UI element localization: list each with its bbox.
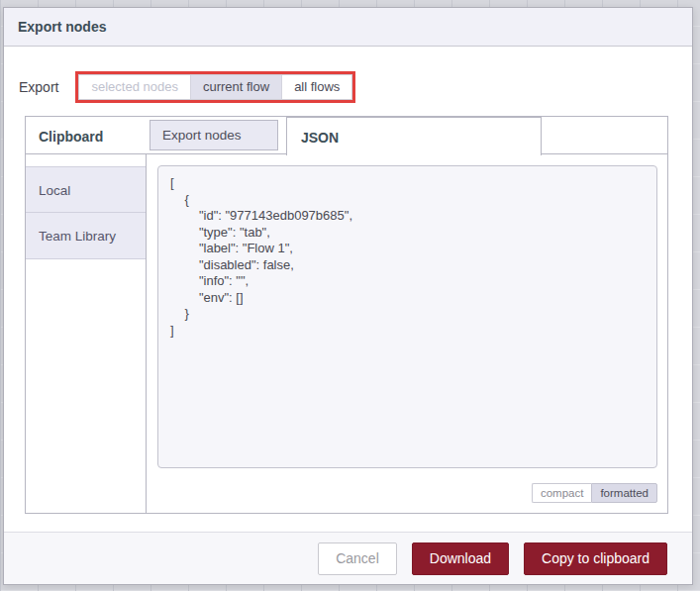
json-tab-content: [ { "id": "977143edb097b685", "type": "t…: [147, 154, 667, 513]
export-scope-current-flow-button[interactable]: current flow: [190, 75, 281, 99]
compact-button[interactable]: compact: [532, 483, 591, 503]
tab-export-nodes[interactable]: Export nodes: [150, 120, 278, 150]
dialog-title: Export nodes: [4, 8, 692, 47]
formatted-button[interactable]: formatted: [591, 483, 657, 503]
export-panel: Clipboard Export nodes JSON Local Team L…: [25, 116, 668, 514]
export-nodes-dialog: Export nodes Export selected nodes curre…: [3, 7, 693, 585]
workspace-background: Export nodes Export selected nodes curre…: [0, 0, 700, 591]
export-scope-all-flows-button[interactable]: all flows: [281, 75, 351, 99]
export-scope-label: Export: [19, 79, 58, 95]
export-json-editor[interactable]: [ { "id": "977143edb097b685", "type": "t…: [157, 165, 657, 468]
tab-strip: Export nodes JSON: [147, 117, 667, 153]
cancel-button[interactable]: Cancel: [318, 542, 397, 575]
export-scope-selected-nodes-button[interactable]: selected nodes: [79, 75, 189, 99]
sidebar-header-clipboard[interactable]: Clipboard: [26, 117, 147, 153]
annotation-highlight-box: selected nodes current flow all flows: [75, 71, 355, 103]
tab-json[interactable]: JSON: [286, 117, 542, 155]
panel-tab-bar: Clipboard Export nodes JSON: [26, 117, 667, 154]
download-button[interactable]: Download: [412, 542, 509, 575]
copy-to-clipboard-button[interactable]: Copy to clipboard: [524, 542, 667, 575]
export-json-text: [ { "id": "977143edb097b685", "type": "t…: [170, 175, 645, 339]
sidebar-item-local[interactable]: Local: [26, 166, 146, 213]
dialog-button-bar: Cancel Download Copy to clipboard: [4, 532, 692, 584]
panel-body: Local Team Library [ { "id": "977143edb0…: [26, 154, 667, 513]
json-format-toggle: compact formatted: [532, 483, 657, 503]
export-scope-button-group: selected nodes current flow all flows: [78, 74, 352, 100]
library-sidebar: Local Team Library: [26, 154, 147, 513]
export-scope-row: Export selected nodes current flow all f…: [19, 71, 355, 103]
sidebar-item-team-library[interactable]: Team Library: [26, 213, 146, 259]
